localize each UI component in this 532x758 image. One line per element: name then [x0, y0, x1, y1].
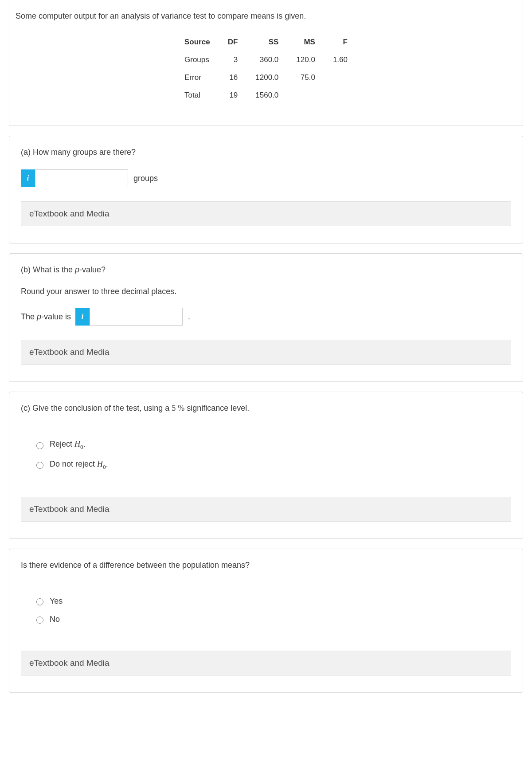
card-part-d: Is there evidence of a difference betwee… [9, 549, 523, 693]
cell-source: Groups [176, 51, 219, 69]
round-instruction: Round your answer to three decimal place… [21, 287, 511, 296]
radio-dont-reject-label: Do not reject H0. [50, 460, 108, 471]
input-group-a [21, 169, 128, 187]
lb-p: p [37, 312, 41, 321]
qb-after: -value? [79, 265, 106, 274]
radio-yes-label: Yes [50, 597, 63, 606]
qc-pct: % [178, 404, 184, 412]
cell-ss: 360.0 [246, 51, 287, 69]
cell-df: 16 [219, 69, 247, 86]
etextbook-button[interactable]: eTextbook and Media [21, 201, 511, 226]
cell-source: Error [176, 69, 219, 86]
cell-f [324, 86, 356, 104]
info-icon [75, 308, 90, 326]
radio-no-label: No [50, 615, 60, 624]
radio-group-d: Yes No [21, 582, 511, 636]
r2-before: Do not reject [50, 460, 97, 468]
qc-before: (c) Give the conclusion of the test, usi… [21, 404, 172, 412]
cell-ss: 1560.0 [246, 86, 287, 104]
cell-ms: 120.0 [287, 51, 324, 69]
input-row-b: The p-value is . [21, 308, 511, 326]
radio-yes-input[interactable] [36, 598, 43, 605]
r2-h: H [97, 460, 103, 468]
cell-f [324, 69, 356, 86]
card-part-a: (a) How many groups are there? groups eT… [9, 136, 523, 244]
cell-ss: 1200.0 [246, 69, 287, 86]
cell-df: 19 [219, 86, 247, 104]
table-row: Error 16 1200.0 75.0 [176, 69, 356, 86]
input-row-a: groups [21, 169, 511, 187]
radio-reject[interactable]: Reject H0. [34, 440, 511, 451]
th-source: Source [176, 33, 219, 51]
radio-group-c: Reject H0. Do not reject H0. [21, 425, 511, 483]
lb-before: The [21, 312, 37, 321]
th-df: DF [219, 33, 247, 51]
radio-reject-input[interactable] [36, 442, 43, 449]
period-label: . [188, 312, 190, 322]
lead-text: The p-value is [21, 312, 71, 322]
lb-after: -value is [41, 312, 71, 321]
r2-sub: 0 [103, 463, 106, 470]
qb-before: (b) What is the [21, 265, 75, 274]
card-part-b: (b) What is the p-value? Round your answ… [9, 253, 523, 382]
table-row: Groups 3 360.0 120.0 1.60 [176, 51, 356, 69]
intro-text: Some computer output for an analysis of … [16, 12, 516, 21]
unit-label-groups: groups [133, 174, 158, 183]
radio-no[interactable]: No [34, 615, 511, 624]
etextbook-button[interactable]: eTextbook and Media [21, 651, 511, 676]
question-d: Is there evidence of a difference betwee… [21, 561, 511, 570]
cell-f: 1.60 [324, 51, 356, 69]
cell-df: 3 [219, 51, 247, 69]
th-ss: SS [246, 33, 287, 51]
groups-input[interactable] [35, 169, 128, 187]
qc-level: 5 [172, 404, 176, 412]
radio-no-input[interactable] [36, 617, 43, 624]
cell-source: Total [176, 86, 219, 104]
info-icon [21, 169, 35, 187]
qb-p: p [75, 265, 79, 274]
r1-h: H [74, 440, 80, 448]
radio-dont-reject-input[interactable] [36, 462, 43, 469]
card-intro: Some computer output for an analysis of … [9, 0, 523, 126]
etextbook-button[interactable]: eTextbook and Media [21, 340, 511, 365]
qc-after: significance level. [184, 404, 249, 412]
question-a: (a) How many groups are there? [21, 148, 511, 157]
card-part-c: (c) Give the conclusion of the test, usi… [9, 392, 523, 539]
etextbook-button[interactable]: eTextbook and Media [21, 497, 511, 522]
cell-ms [287, 86, 324, 104]
radio-reject-label: Reject H0. [50, 440, 86, 451]
table-row: Total 19 1560.0 [176, 86, 356, 104]
r1-sub: 0 [80, 444, 83, 450]
th-ms: MS [287, 33, 324, 51]
r2-after: . [106, 460, 108, 468]
r1-after: . [83, 440, 86, 448]
pvalue-input[interactable] [90, 308, 183, 326]
cell-ms: 75.0 [287, 69, 324, 86]
anova-table: Source DF SS MS F Groups 3 360.0 120.0 1… [176, 33, 356, 104]
question-c: (c) Give the conclusion of the test, usi… [21, 404, 511, 413]
r1-before: Reject [50, 440, 74, 448]
question-b: (b) What is the p-value? [21, 265, 511, 275]
th-f: F [324, 33, 356, 51]
radio-yes[interactable]: Yes [34, 597, 511, 606]
input-group-b [75, 308, 183, 326]
radio-dont-reject[interactable]: Do not reject H0. [34, 460, 511, 471]
